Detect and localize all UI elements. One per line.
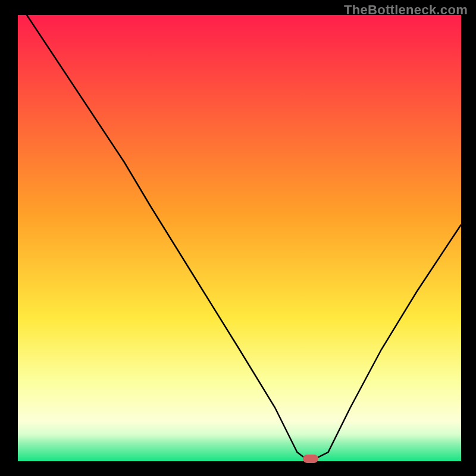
plot-background (18, 15, 461, 461)
bottleneck-chart: TheBottleneck.com (0, 0, 476, 476)
optimal-marker (303, 455, 318, 463)
chart-svg (0, 0, 476, 476)
watermark-text: TheBottleneck.com (344, 2, 468, 18)
